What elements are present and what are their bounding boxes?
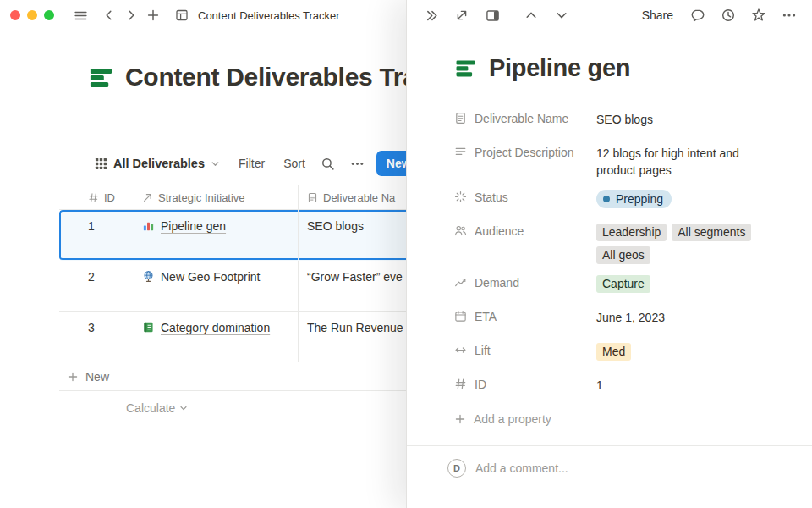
traffic-lights <box>10 10 54 20</box>
chevron-down-icon <box>179 404 188 412</box>
property-row-project-description: Project Description 12 blogs for high in… <box>454 139 771 179</box>
tag-pill[interactable]: Leadership <box>596 224 667 241</box>
nav-back-button[interactable] <box>98 4 120 26</box>
property-label[interactable]: Project Description <box>454 139 596 179</box>
side-peek-mode-button[interactable] <box>481 4 503 26</box>
plus-icon <box>67 371 79 383</box>
status-text: Prepping <box>616 191 663 207</box>
property-label[interactable]: ID <box>454 371 596 400</box>
status-dot <box>603 196 610 202</box>
column-header-id[interactable]: ID <box>59 185 134 209</box>
cell-id[interactable]: 1 <box>59 210 134 260</box>
column-header-initiative[interactable]: Strategic Initiative <box>134 185 298 209</box>
status-pill[interactable]: Prepping <box>596 190 672 208</box>
cell-initiative[interactable]: Category domination <box>134 312 298 362</box>
database-icon[interactable] <box>88 64 114 91</box>
hash-icon <box>88 192 99 203</box>
property-name: Demand <box>475 275 519 290</box>
add-property-label: Add a property <box>474 412 551 426</box>
tab-page-icon <box>171 4 193 26</box>
new-tab-button[interactable] <box>142 4 164 26</box>
close-peek-button[interactable] <box>420 4 442 26</box>
cell-initiative[interactable]: Pipeline gen <box>134 210 298 260</box>
property-value[interactable]: Leadership All segments All geos <box>596 218 771 264</box>
status-icon <box>454 190 467 203</box>
add-property-button[interactable]: Add a property <box>454 405 771 433</box>
panel-body: Pipeline gen Deliverable Name SEO blogs … <box>407 30 812 508</box>
chevron-right-icon <box>124 8 138 22</box>
sort-button[interactable]: Sort <box>283 157 305 170</box>
view-options-button[interactable] <box>350 157 365 171</box>
table-view-icon <box>95 157 107 170</box>
page-link[interactable]: New Geo Footprint <box>161 269 261 285</box>
view-selector[interactable]: All Deliverables <box>95 157 220 170</box>
chevron-left-icon <box>102 8 116 22</box>
text-icon <box>454 146 467 158</box>
history-button[interactable] <box>717 4 739 26</box>
nav-forward-button[interactable] <box>120 4 142 26</box>
property-value[interactable]: 1 <box>596 371 771 400</box>
property-list: Deliverable Name SEO blogs Project Descr… <box>454 105 771 433</box>
property-value[interactable]: Capture <box>596 269 771 298</box>
plus-icon <box>454 413 466 425</box>
tag-pill[interactable]: Capture <box>596 275 650 293</box>
property-row-status: Status Prepping <box>454 184 771 213</box>
share-button[interactable]: Share <box>637 6 678 25</box>
doc-icon <box>307 192 318 203</box>
minimize-window-button[interactable] <box>27 10 37 20</box>
tag-pill[interactable]: All segments <box>672 224 751 241</box>
property-name: Deliverable Name <box>475 111 568 126</box>
property-value[interactable]: Med <box>596 337 771 366</box>
tab-title[interactable]: Content Deliverables Tracker <box>198 9 340 22</box>
property-label[interactable]: Lift <box>454 337 596 366</box>
zoom-window-button[interactable] <box>44 10 54 20</box>
property-value[interactable]: 12 blogs for high intent and product pag… <box>596 139 771 179</box>
chevron-up-icon <box>524 8 538 22</box>
close-window-button[interactable] <box>10 10 20 20</box>
property-value[interactable]: June 1, 2023 <box>596 303 771 332</box>
property-value[interactable]: SEO blogs <box>596 105 771 134</box>
search-icon <box>321 157 335 171</box>
next-record-button[interactable] <box>551 4 573 26</box>
arrows-left-right-icon <box>454 344 467 356</box>
record-title[interactable]: Pipeline gen <box>489 54 630 82</box>
cell-id[interactable]: 3 <box>59 312 134 362</box>
property-row-lift: Lift Med <box>454 337 771 366</box>
cell-id[interactable]: 2 <box>59 261 134 311</box>
property-row-demand: Demand Capture <box>454 269 771 298</box>
page-options-button[interactable] <box>778 4 800 26</box>
more-dots-icon <box>350 157 365 171</box>
expand-diagonal-icon <box>455 8 469 22</box>
property-label[interactable]: Status <box>454 184 596 213</box>
comments-button[interactable] <box>687 4 709 26</box>
property-label[interactable]: ETA <box>454 303 596 332</box>
calendar-icon <box>454 310 467 323</box>
database-icon[interactable] <box>454 57 477 80</box>
relation-arrow-icon <box>142 192 153 203</box>
property-name: Project Description <box>475 145 574 160</box>
property-value[interactable]: Prepping <box>596 184 771 213</box>
globe-icon <box>142 270 155 283</box>
filter-button[interactable]: Filter <box>239 157 265 170</box>
property-label[interactable]: Deliverable Name <box>454 105 596 134</box>
comment-input[interactable]: Add a comment... <box>475 461 568 475</box>
cell-initiative[interactable]: New Geo Footprint <box>134 261 298 311</box>
tag-pill[interactable]: Med <box>596 343 631 361</box>
property-row-id: ID 1 <box>454 371 771 400</box>
property-label[interactable]: Audience <box>454 218 596 264</box>
sidebar-menu-button[interactable] <box>69 4 91 26</box>
expand-page-button[interactable] <box>451 4 473 26</box>
side-peek-icon <box>486 8 500 23</box>
trend-icon <box>454 276 467 289</box>
chevron-down-icon <box>211 159 220 168</box>
property-label[interactable]: Demand <box>454 269 596 298</box>
page-link[interactable]: Pipeline gen <box>161 218 226 235</box>
previous-record-button[interactable] <box>520 4 542 26</box>
search-button[interactable] <box>321 157 335 171</box>
view-name: All Deliverables <box>113 157 205 170</box>
double-chevron-right-icon <box>425 8 439 23</box>
favorite-button[interactable] <box>748 4 770 26</box>
column-label: ID <box>104 191 115 204</box>
page-link[interactable]: Category domination <box>161 320 270 336</box>
tag-pill[interactable]: All geos <box>596 246 650 264</box>
